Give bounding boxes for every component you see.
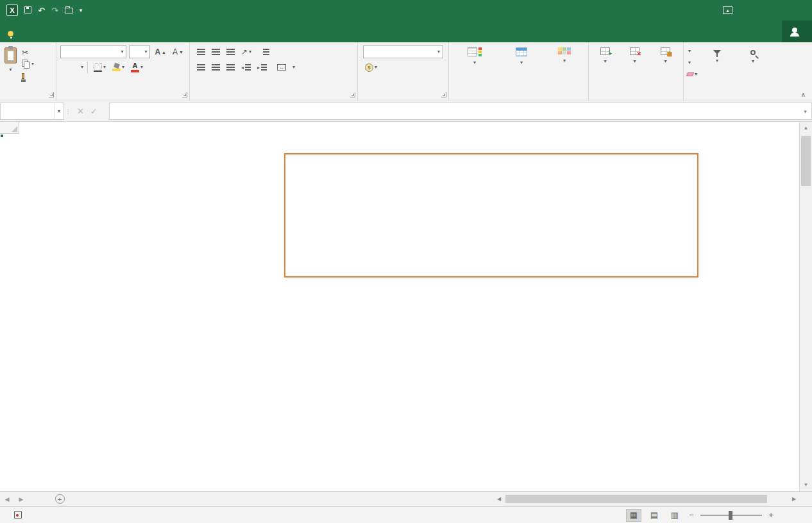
align-top-button[interactable]	[195, 46, 207, 58]
align-right-button[interactable]	[224, 62, 237, 73]
close-button[interactable]	[786, 1, 808, 19]
font-dialog-launcher[interactable]	[182, 92, 187, 97]
align-left-button[interactable]	[195, 62, 207, 73]
align-left-icon	[197, 64, 205, 71]
align-top-icon	[197, 49, 205, 55]
paste-button[interactable]: ▾	[1, 44, 20, 89]
normal-view-button[interactable]: ▦	[626, 509, 641, 522]
undo-button[interactable]: ↶	[38, 6, 45, 15]
horizontal-scrollbar[interactable]: ◀ ▶	[494, 494, 799, 504]
increase-indent-icon	[261, 64, 267, 71]
italic-button[interactable]	[68, 62, 72, 73]
expand-formula-bar-button[interactable]: ▾	[799, 103, 812, 120]
cell-styles-button[interactable]: ▾	[544, 44, 585, 89]
insert-cells-button[interactable]: + ▾	[590, 44, 620, 89]
decrease-decimal-button[interactable]	[409, 62, 412, 73]
underline-button[interactable]	[74, 62, 78, 73]
name-box[interactable]: ▾	[0, 103, 64, 120]
vertical-scroll-thumb[interactable]	[801, 136, 811, 186]
active-cell-selection[interactable]	[0, 134, 3, 137]
underline-dropdown[interactable]: ▾	[81, 65, 83, 70]
borders-button[interactable]: ▾	[92, 62, 108, 73]
cancel-entry-button[interactable]: ✕	[77, 106, 84, 116]
fill-handle[interactable]	[0, 134, 4, 138]
borders-icon	[94, 63, 102, 72]
note-text-box[interactable]	[284, 153, 698, 278]
number-format-select[interactable]: ▾	[363, 46, 443, 58]
copy-button[interactable]: ▾	[20, 58, 36, 70]
page-layout-view-button[interactable]: ▤	[647, 509, 662, 522]
sheet-nav-right[interactable]: ▶	[14, 492, 28, 506]
scroll-left-arrow[interactable]: ◀	[494, 496, 504, 502]
ribbon-tab-bar	[0, 21, 812, 42]
scroll-right-arrow[interactable]: ▶	[789, 496, 799, 502]
vertical-scrollbar[interactable]: ▲ ▼	[799, 122, 812, 491]
cut-button[interactable]: ✂	[20, 47, 36, 58]
font-size-select[interactable]: ▾	[129, 46, 150, 58]
confirm-entry-button[interactable]: ✓	[90, 106, 97, 116]
decrease-indent-icon	[245, 64, 251, 71]
formula-input[interactable]	[109, 103, 799, 120]
scroll-up-arrow[interactable]: ▲	[800, 122, 812, 134]
fill-color-button[interactable]: ▾	[110, 62, 126, 73]
zoom-slider[interactable]	[700, 515, 762, 516]
name-box-dropdown[interactable]: ▾	[54, 103, 63, 119]
cell-styles-icon	[558, 47, 571, 54]
format-as-table-button[interactable]: ▾	[499, 44, 544, 89]
zoom-out-button[interactable]: −	[688, 510, 695, 520]
tell-me-box[interactable]	[0, 26, 25, 42]
customize-qat-button[interactable]: ▾	[80, 8, 83, 13]
sheet-nav-left[interactable]: ◀	[0, 492, 14, 506]
clear-button[interactable]: ▾	[685, 69, 699, 80]
person-icon	[792, 28, 797, 33]
align-middle-button[interactable]	[210, 46, 222, 58]
accounting-format-button[interactable]: $▾	[363, 62, 379, 73]
redo-button[interactable]: ↷	[51, 6, 58, 15]
increase-indent-button[interactable]: ▸	[255, 62, 269, 73]
comma-style-button[interactable]	[392, 62, 396, 73]
save-button[interactable]	[24, 6, 31, 15]
autosum-button[interactable]: ▾	[685, 46, 699, 57]
number-dialog-launcher[interactable]	[441, 92, 446, 97]
page-break-view-button[interactable]: ▥	[667, 509, 682, 522]
new-sheet-button[interactable]: +	[50, 492, 69, 506]
minimize-button[interactable]	[743, 1, 765, 19]
find-select-button[interactable]: ▾	[735, 44, 771, 89]
font-color-button[interactable]: A▾	[129, 62, 145, 73]
wrap-text-button[interactable]	[261, 46, 275, 58]
select-all-corner[interactable]	[0, 122, 19, 134]
scroll-down-arrow[interactable]: ▼	[800, 479, 812, 491]
zoom-slider-thumb[interactable]	[729, 511, 732, 520]
bold-button[interactable]	[62, 62, 65, 73]
collapse-ribbon-button[interactable]: ∧	[801, 91, 806, 98]
note-paragraph	[294, 175, 688, 189]
increase-decimal-button[interactable]	[400, 62, 404, 73]
decrease-indent-button[interactable]: ◂	[239, 62, 253, 73]
merge-center-button[interactable]: ↔ ▾	[275, 62, 297, 73]
align-center-button[interactable]	[210, 62, 222, 73]
horizontal-scroll-thumb[interactable]	[505, 495, 767, 503]
conditional-formatting-button[interactable]: ▾	[450, 44, 499, 89]
copy-icon	[22, 60, 30, 69]
zoom-in-button[interactable]: +	[767, 510, 775, 520]
orientation-button[interactable]: ↗▾	[239, 46, 253, 58]
percent-style-button[interactable]	[384, 62, 387, 73]
ribbon-group-alignment: ↗▾ ◂ ▸ ↔ ▾	[190, 42, 358, 101]
delete-cells-button[interactable]: ✕ ▾	[620, 44, 649, 89]
alignment-dialog-launcher[interactable]	[350, 92, 355, 97]
font-name-select[interactable]: ▾	[60, 46, 126, 58]
fill-button[interactable]: ▾	[685, 57, 699, 69]
grow-font-button[interactable]: A▲	[153, 46, 168, 58]
sort-filter-button[interactable]: ▾	[699, 44, 735, 89]
clipboard-dialog-launcher[interactable]	[49, 92, 54, 97]
record-macro-icon[interactable]	[14, 511, 22, 519]
format-painter-button[interactable]	[20, 70, 36, 81]
open-button[interactable]	[65, 6, 73, 15]
align-bottom-button[interactable]	[224, 46, 237, 58]
maximize-button[interactable]	[765, 1, 786, 19]
share-button[interactable]	[782, 21, 812, 42]
formula-bar-splitter[interactable]: ⋮	[64, 101, 72, 121]
format-cells-button[interactable]: ▦ ▾	[649, 44, 682, 89]
ribbon-display-options-button[interactable]: ▴	[723, 6, 732, 14]
shrink-font-button[interactable]: A▼	[171, 46, 185, 58]
